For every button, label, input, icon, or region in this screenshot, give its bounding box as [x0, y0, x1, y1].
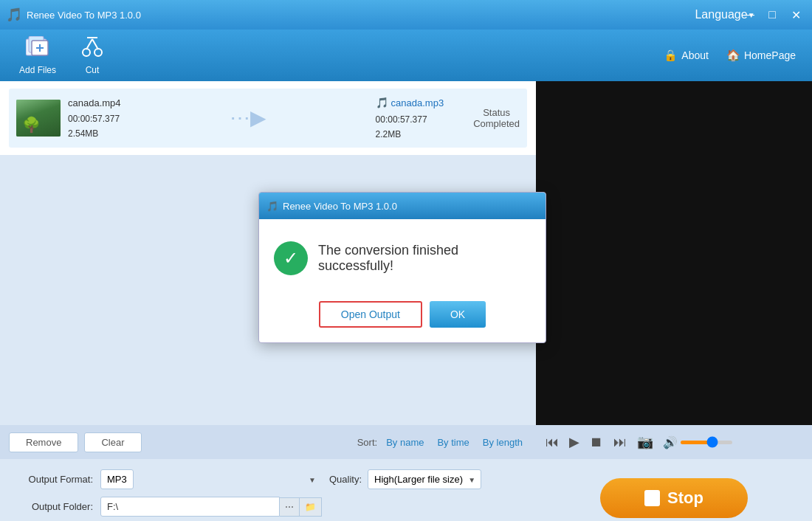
output-format-label: Output Format: — [12, 474, 93, 485]
player-play-button[interactable]: ▶ — [565, 432, 583, 452]
volume-slider[interactable] — [681, 441, 732, 444]
open-output-button[interactable]: Open Output — [319, 301, 422, 328]
app-title: Renee Video To MP3 1.0.0 — [27, 10, 715, 21]
sort-by-length-button[interactable]: By length — [478, 435, 527, 449]
homepage-nav-item[interactable]: 🏠 HomePage — [719, 46, 803, 65]
status-label: Status — [473, 107, 520, 118]
source-file-info: canada.mp4 00:00:57.377 2.54MB — [68, 95, 121, 142]
convert-arrow-icon: ⋯▶ — [230, 106, 266, 130]
file-thumbnail — [16, 100, 61, 137]
output-filename: canada.mp3 — [391, 95, 444, 111]
close-button[interactable]: ✕ — [785, 4, 806, 25]
success-dialog: 🎵 Renee Video To MP3 1.0.0 ✓ The convers… — [258, 192, 546, 343]
add-files-nav-item[interactable]: Add Files — [9, 32, 66, 80]
window-controls: Language ▼ — □ ✕ — [715, 4, 806, 25]
add-files-icon — [26, 36, 49, 62]
about-label: About — [681, 49, 709, 61]
dialog-title: Renee Video To MP3 1.0.0 — [283, 201, 397, 212]
sort-by-time-button[interactable]: By time — [433, 435, 473, 449]
about-nav-item[interactable]: 🔒 About — [656, 46, 716, 65]
dialog-titlebar: 🎵 Renee Video To MP3 1.0.0 — [259, 193, 546, 219]
right-black-panel-top — [536, 81, 812, 155]
dialog-body: ✓ The conversion finished successfully! — [259, 219, 546, 290]
maximize-button[interactable]: □ — [762, 4, 782, 25]
file-list-section: canada.mp4 00:00:57.377 2.54MB ⋯▶ 🎵 cana… — [0, 81, 812, 155]
stop-label: Stop — [667, 489, 703, 508]
output-format-row: Output Format: MP3 Quality: High(Larger … — [12, 469, 524, 489]
quality-section: Quality: High(Larger file size) — [329, 469, 481, 489]
output-size: 2.2MB — [376, 127, 444, 142]
stop-icon — [644, 490, 660, 506]
lock-icon: 🔒 — [664, 49, 678, 62]
output-folder-label: Output Folder: — [12, 501, 93, 512]
volume-icon: 🔊 — [663, 435, 678, 449]
source-filename: canada.mp4 — [68, 95, 121, 111]
language-button[interactable]: Language ▼ — [715, 4, 735, 25]
stop-button[interactable]: Stop — [600, 478, 748, 518]
controls-bar: Remove Clear Sort: By name By time By le… — [0, 425, 812, 459]
svg-line-8 — [92, 39, 98, 49]
cut-label: Cut — [86, 65, 100, 75]
top-nav: Add Files Cut 🔒 About 🏠 HomePage — [0, 30, 812, 81]
sort-bar: Remove Clear Sort: By name By time By le… — [0, 425, 536, 459]
output-format-select[interactable]: MP3 — [100, 469, 134, 489]
player-screenshot-button[interactable]: 📷 — [633, 432, 657, 452]
main-content-area: 🎵 Renee Video To MP3 1.0.0 ✓ The convers… — [0, 155, 536, 425]
player-controls-bar: ⏮ ▶ ⏹ ⏭ 📷 🔊 — [536, 425, 812, 459]
sort-section: Sort: By name By time By length — [357, 435, 527, 449]
arrow-area: ⋯▶ — [121, 106, 376, 130]
dialog-buttons: Open Output OK — [259, 290, 546, 342]
clear-button[interactable]: Clear — [84, 432, 141, 452]
file-row: canada.mp4 00:00:57.377 2.54MB ⋯▶ 🎵 cana… — [9, 89, 527, 148]
sort-label: Sort: — [357, 437, 377, 448]
svg-line-7 — [86, 39, 92, 49]
output-file-info: 🎵 canada.mp3 00:00:57.377 2.2MB — [376, 94, 444, 142]
remove-button[interactable]: Remove — [9, 432, 78, 452]
homepage-label: HomePage — [744, 49, 796, 61]
action-area: Stop Shutdown after conversion — [536, 459, 812, 521]
output-folder-row: Output Folder: ⋯ 📁 — [12, 497, 524, 517]
status-area: Status Completed — [473, 107, 520, 129]
add-files-label: Add Files — [19, 65, 56, 75]
folder-browse-button[interactable]: ⋯ — [280, 497, 300, 517]
player-stop-button[interactable]: ⏹ — [586, 433, 607, 452]
output-duration: 00:00:57.377 — [376, 112, 444, 127]
middle-area: 🎵 Renee Video To MP3 1.0.0 ✓ The convers… — [0, 155, 812, 425]
output-file-icon: 🎵 — [376, 94, 388, 112]
quality-select-wrapper: High(Larger file size) — [368, 469, 481, 489]
app-icon: 🎵 — [6, 7, 22, 23]
cut-nav-item[interactable]: Cut — [66, 32, 118, 80]
player-next-button[interactable]: ⏭ — [610, 433, 630, 452]
status-value: Completed — [473, 118, 520, 129]
svg-point-6 — [94, 49, 102, 56]
dialog-app-icon: 🎵 — [266, 201, 278, 212]
title-bar: 🎵 Renee Video To MP3 1.0.0 Language ▼ — … — [0, 0, 812, 30]
cut-icon — [81, 36, 103, 62]
output-folder-input[interactable] — [100, 497, 280, 517]
success-checkmark-icon: ✓ — [274, 241, 308, 275]
player-prev-button[interactable]: ⏮ — [542, 433, 562, 452]
settings-row: Output Format: MP3 Quality: High(Larger … — [0, 459, 812, 521]
settings-area: Output Format: MP3 Quality: High(Larger … — [0, 459, 536, 521]
right-black-panel-mid — [536, 155, 812, 425]
folder-open-button[interactable]: 📁 — [300, 497, 322, 517]
output-format-wrapper: MP3 — [100, 469, 322, 489]
output-folder-wrapper: ⋯ 📁 — [100, 497, 322, 517]
source-duration: 00:00:57.377 — [68, 111, 121, 126]
dialog-message: The conversion finished successfully! — [318, 243, 531, 274]
nav-right: 🔒 About 🏠 HomePage — [656, 46, 803, 65]
quality-label: Quality: — [329, 474, 362, 485]
sort-by-name-button[interactable]: By name — [382, 435, 428, 449]
ok-button[interactable]: OK — [430, 301, 486, 328]
source-size: 2.54MB — [68, 126, 121, 141]
svg-point-5 — [83, 49, 90, 56]
quality-select[interactable]: High(Larger file size) — [368, 469, 481, 489]
minimize-button[interactable]: — — [738, 4, 759, 25]
file-list-area: canada.mp4 00:00:57.377 2.54MB ⋯▶ 🎵 cana… — [0, 81, 536, 155]
home-icon: 🏠 — [726, 49, 740, 62]
